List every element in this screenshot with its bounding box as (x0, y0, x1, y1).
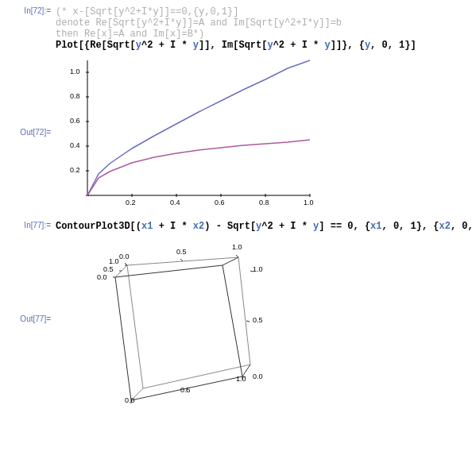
cube-tick: 0.0 (97, 273, 107, 281)
cube-tick: 0.5 (103, 265, 114, 273)
out77-label: Out[77]= (6, 315, 56, 323)
cube-tick: 0.0 (253, 372, 263, 380)
plot-2d[interactable]: 0.2 0.4 0.6 0.8 1.0 0.2 0.4 0.6 0.8 1.0 (56, 52, 318, 211)
cube-tick: 1.0 (232, 243, 242, 251)
in72-comment3: then Re[x]=A and Im[x]=B*) (56, 29, 476, 40)
cube-tick: 0.0 (125, 396, 135, 404)
svg-line-18 (180, 259, 183, 261)
cell-out72: Out[72]= (6, 52, 476, 211)
cube-tick: 0.5 (176, 248, 187, 256)
ytick: 0.2 (70, 166, 80, 174)
cube-tick: 1.0 (236, 375, 246, 383)
cell-out77: Out[77]= (6, 234, 476, 404)
xtick: 0.8 (259, 199, 269, 206)
cell-in77: In[77]:= ContourPlot3D[(x1 + I * x2) - S… (6, 221, 476, 232)
in72-label: In[72]:= (6, 6, 56, 15)
xtick: 0.2 (126, 199, 136, 206)
in72-comment2: denote Re[Sqrt[y^2+I*y]]=A and Im[Sqrt[y… (56, 17, 476, 29)
in77-code: ContourPlot3D[(x1 + I * x2) - Sqrt[y^2 +… (56, 221, 476, 232)
in72-comment1: (* x-[Sqrt[y^2+I*y]]==0,{y,0,1}] (56, 6, 476, 17)
svg-line-19 (236, 255, 238, 257)
ytick: 0.6 (70, 117, 80, 125)
cell-in72: In[72]:= (* x-[Sqrt[y^2+I*y]]==0,{y,0,1}… (6, 6, 476, 51)
cube-tick: 0.5 (180, 386, 191, 394)
in72-content[interactable]: (* x-[Sqrt[y^2+I*y]]==0,{y,0,1}] denote … (56, 6, 476, 51)
cube-tick: 1.0 (109, 257, 119, 265)
ytick: 0.4 (70, 141, 80, 149)
ytick: 0.8 (70, 92, 80, 100)
in77-label: In[77]:= (6, 221, 56, 230)
xtick: 0.6 (215, 199, 225, 206)
in72-code: Plot[{Re[Sqrt[y^2 + I * y]], Im[Sqrt[y^2… (56, 40, 476, 51)
cube-tick: 1.0 (253, 265, 263, 273)
in77-content[interactable]: ContourPlot3D[(x1 + I * x2) - Sqrt[y^2 +… (56, 221, 476, 232)
cube-tick: 0.5 (253, 316, 263, 324)
out72-label: Out[72]= (6, 128, 56, 137)
plot-2d-svg (56, 52, 318, 211)
svg-line-24 (246, 321, 250, 322)
plot-3d[interactable]: 0.0 0.5 1.0 0.0 0.5 1.0 0.0 0.5 1.0 0.0 … (87, 234, 294, 404)
cube-tick: 0.0 (119, 253, 130, 261)
xtick: 1.0 (304, 199, 314, 206)
xtick: 0.4 (170, 199, 180, 206)
ytick: 1.0 (70, 68, 80, 75)
